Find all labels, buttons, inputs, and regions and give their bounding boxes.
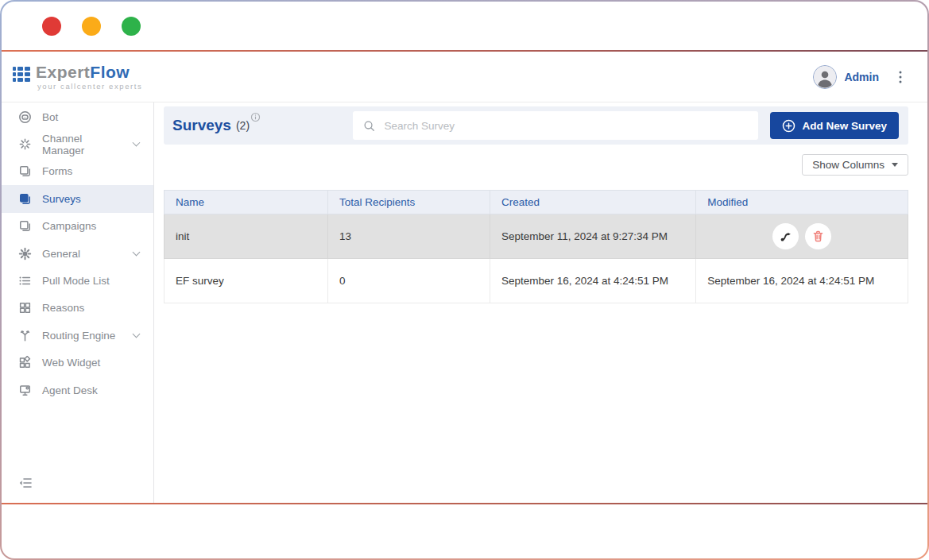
page-header-band: Surveys (2) — [164, 106, 908, 145]
close-window-button[interactable] — [42, 17, 61, 36]
surveys-table-body: init13September 11, 2024 at 9:27:34 PMEF… — [165, 214, 908, 303]
search-survey-input[interactable] — [384, 120, 748, 132]
sidebar-item-campaigns[interactable]: Campaigns — [2, 213, 153, 240]
route-button[interactable] — [772, 223, 799, 249]
page-title-group: Surveys (2) — [172, 116, 261, 135]
desk-icon — [18, 384, 32, 397]
sidebar-item-label: Routing Engine — [42, 330, 115, 342]
user-area: Admin — [813, 65, 907, 89]
minimize-window-button[interactable] — [82, 17, 101, 36]
logo-tagline: your callcenter experts — [36, 82, 142, 91]
window-titlebar — [2, 2, 927, 50]
sidebar-item-routing-engine[interactable]: Routing Engine — [2, 322, 153, 349]
column-header-modified: Modified — [696, 191, 908, 214]
sidebar-item-label: Agent Desk — [42, 384, 98, 396]
sidebar-item-label: Bot — [42, 111, 58, 123]
info-icon[interactable] — [250, 111, 261, 122]
sidebar-item-label: Surveys — [42, 193, 81, 205]
sidebar-item-label: Campaigns — [42, 220, 96, 232]
plus-circle-icon — [782, 119, 795, 133]
sidebar-item-label: Forms — [42, 165, 72, 177]
sidebar-item-forms[interactable]: Forms — [2, 158, 153, 185]
sidebar-item-pull-mode-list[interactable]: Pull Mode List — [2, 267, 153, 294]
search-icon — [363, 120, 375, 132]
list-icon — [18, 274, 32, 288]
channel-manager-icon — [18, 137, 32, 151]
cell-modified: September 16, 2024 at 4:24:51 PM — [696, 259, 908, 303]
sidebar-item-web-widget[interactable]: Web Widget — [2, 350, 153, 377]
campaigns-icon — [18, 219, 32, 233]
logo-word-secondary: Flow — [90, 63, 130, 81]
column-header-name: Name — [165, 191, 328, 214]
logo-word-primary: Expert — [36, 63, 90, 81]
row-actions — [707, 223, 896, 249]
cell-name: EF survey — [165, 259, 328, 303]
cell-name: init — [165, 214, 328, 259]
show-columns-button[interactable]: Show Columns — [802, 154, 908, 176]
page-count: (2) — [236, 116, 250, 135]
add-new-survey-button[interactable]: Add New Survey — [770, 112, 899, 139]
sidebar-item-label: General — [42, 248, 80, 260]
bot-icon — [18, 110, 32, 124]
sidebar-item-label: Reasons — [42, 302, 84, 314]
columns-row: Show Columns — [164, 154, 908, 176]
expertflow-logo: ExpertFlow your callcenter experts — [13, 64, 142, 91]
grid-icon — [18, 301, 32, 315]
routing-icon — [18, 329, 32, 342]
sidebar-item-general[interactable]: General — [2, 240, 153, 267]
sidebar-items: BotChannel ManagerFormsSurveysCampaignsG… — [2, 103, 153, 404]
cell-modified — [696, 214, 908, 259]
column-header-created: Created — [490, 191, 695, 214]
show-columns-label: Show Columns — [812, 159, 884, 171]
chevron-down-icon — [133, 330, 141, 338]
cell-created: September 16, 2024 at 4:24:51 PM — [490, 259, 695, 303]
app-header: ExpertFlow your callcenter experts Admin — [2, 52, 927, 102]
gear-icon — [18, 247, 32, 261]
sidebar: BotChannel ManagerFormsSurveysCampaignsG… — [2, 102, 154, 503]
sidebar-item-bot[interactable]: Bot — [2, 103, 153, 130]
sidebar-item-agent-desk[interactable]: Agent Desk — [2, 377, 153, 404]
window: ExpertFlow your callcenter experts Admin… — [2, 2, 927, 558]
logo-text: ExpertFlow your callcenter experts — [36, 64, 142, 91]
sidebar-item-reasons[interactable]: Reasons — [2, 295, 153, 322]
table-row[interactable]: init13September 11, 2024 at 9:27:34 PM — [165, 214, 908, 259]
sidebar-item-label: Channel Manager — [42, 133, 123, 156]
app-body: BotChannel ManagerFormsSurveysCampaignsG… — [2, 102, 927, 503]
user-name[interactable]: Admin — [844, 71, 879, 83]
cell-total_recipients: 0 — [327, 259, 490, 303]
expertflow-logo-icon — [13, 67, 30, 82]
surveys-table-header: NameTotal RecipientsCreatedModified — [165, 191, 908, 214]
collapse-sidebar-button[interactable] — [18, 476, 33, 490]
caret-down-icon — [892, 163, 898, 167]
page-title: Surveys — [172, 116, 231, 135]
table-row[interactable]: EF survey0September 16, 2024 at 4:24:51 … — [165, 259, 908, 303]
cell-created: September 11, 2024 at 9:27:34 PM — [490, 214, 695, 259]
column-header-total-recipients: Total Recipients — [327, 191, 490, 214]
surveys-table: NameTotal RecipientsCreatedModified init… — [164, 190, 908, 303]
forms-icon — [18, 164, 32, 178]
sidebar-item-label: Pull Mode List — [42, 275, 110, 287]
sidebar-item-label: Web Widget — [42, 357, 100, 369]
kebab-menu-icon[interactable] — [894, 70, 907, 84]
window-frame: ExpertFlow your callcenter experts Admin… — [0, 0, 929, 560]
avatar[interactable] — [813, 65, 837, 89]
widgets-icon — [18, 356, 32, 369]
content-bottom-divider — [2, 503, 927, 504]
sidebar-item-surveys[interactable]: Surveys — [2, 185, 153, 212]
delete-button[interactable] — [805, 223, 831, 249]
surveys-icon — [18, 192, 32, 206]
search-box — [353, 111, 758, 140]
maximize-window-button[interactable] — [122, 17, 141, 36]
chevron-down-icon — [133, 139, 141, 147]
chevron-down-icon — [133, 248, 141, 256]
sidebar-item-channel-manager[interactable]: Channel Manager — [2, 130, 153, 157]
add-new-survey-label: Add New Survey — [802, 120, 887, 132]
main-content: Surveys (2) — [154, 102, 927, 503]
cell-total_recipients: 13 — [327, 214, 490, 259]
